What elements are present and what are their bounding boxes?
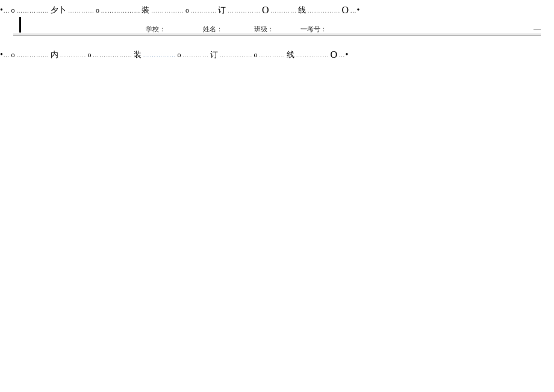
circle-marker: o [96,6,100,15]
bottom-binding-line: • … o …………… 内 ………… o ……………… 装 …………… o ……… [0,49,554,60]
staple-char: 订 [218,5,226,16]
circle-marker: o [185,6,190,15]
dots: …………… [16,52,49,58]
underline [13,34,541,34]
dots: ………… [68,7,95,14]
circle-marker: O [262,5,269,16]
underline-shadow [13,35,541,36]
dots: …………… [228,7,261,14]
class-label: 班级： [254,25,274,34]
binding-char: 装 [134,49,142,60]
dots: ……………… [93,52,132,58]
dots: …………… [219,52,252,58]
student-info-fields: 学校： 姓名： 班级： 一 考号： — [13,25,541,34]
bullet-end: • [345,50,348,60]
dots: …………… [151,7,184,14]
dots: ………… [60,52,86,58]
dots: ………… [182,52,209,58]
staple-char: 订 [210,49,219,60]
dots: … [3,7,10,14]
dots: ……………… [101,7,140,14]
dots: … [338,52,345,58]
student-info-line: 学校： 姓名： 班级： 一 考号： — [13,18,541,36]
line-char: 线 [287,49,295,60]
circle-marker: o [11,6,15,15]
binding-char: 装 [142,5,150,16]
circle-marker: O [341,5,349,16]
top-binding-line: • … o …………… 夕卜 ………… o ……………… 装 …………… o …… [0,5,554,16]
outer-char: 夕卜 [51,5,67,16]
dots: …………… [16,7,49,14]
dots: … [3,52,10,58]
bullet-end: • [357,5,360,15]
exam-no-label: 考号： [307,25,327,34]
dash-end: — [534,25,541,34]
line-char: 线 [298,5,307,16]
dots: … [350,7,357,14]
circle-marker: o [11,51,15,60]
dots: …………… [143,52,176,58]
name-label: 姓名： [203,25,223,34]
dots: …………… [307,7,340,14]
circle-marker: o [87,51,92,60]
exam-prefix: 一 [300,25,307,34]
dots: ………… [190,7,217,14]
school-label: 学校： [146,25,166,34]
dots: ………… [259,52,285,58]
dots: …………… [296,52,329,58]
circle-marker: o [254,51,258,60]
inner-char: 内 [51,49,59,60]
circle-marker: o [177,51,181,60]
circle-marker: O [330,49,337,60]
dots: ………… [270,7,297,14]
